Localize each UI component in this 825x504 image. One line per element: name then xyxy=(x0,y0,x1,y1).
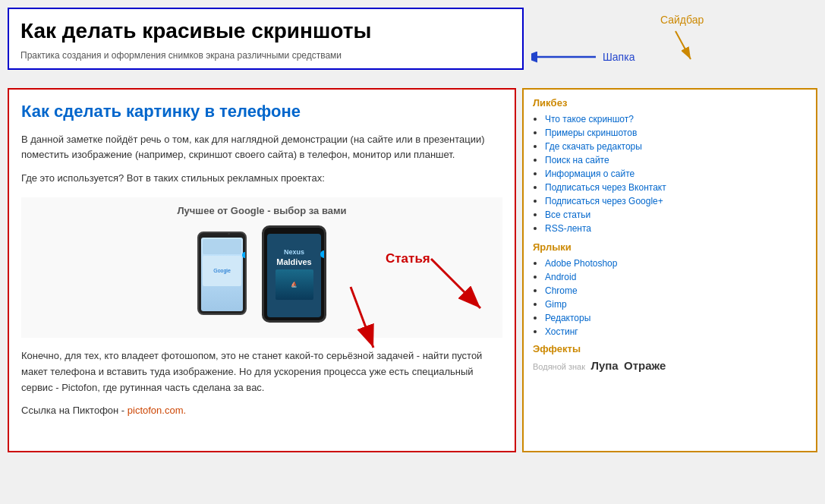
sidebar-section3-title: Эффекты xyxy=(533,343,807,354)
red-arrow-annotation xyxy=(305,283,396,361)
phone-number-4: 4 xyxy=(203,232,247,238)
ad-label: Лучшее от Google - выбор за вами xyxy=(29,205,495,216)
sajdbar-annotation: Сайдбар xyxy=(660,14,704,26)
svg-line-5 xyxy=(351,287,373,348)
list-item: Gimp xyxy=(545,298,807,310)
list-item: Редакторы xyxy=(545,312,807,323)
article-title: Как сделать картинку в телефоне xyxy=(21,102,502,121)
effect-item-vodyanoy: Водяной знак xyxy=(533,362,585,371)
statya-label: Статья xyxy=(386,251,430,266)
list-item: Все статьи xyxy=(545,209,807,220)
article-text-1: В данной заметке пойдёт речь о том, как … xyxy=(21,132,502,164)
sajdbar-label: Сайдбар xyxy=(660,14,704,26)
sidebar-section1-title: Ликбез xyxy=(533,97,807,109)
list-item: Adobe Photoshop xyxy=(545,257,807,269)
header-box: Как делать красивые скриншоты Практика с… xyxy=(8,8,524,70)
header-annotation: Шапка xyxy=(531,49,634,65)
list-item: Подписаться через Google+ xyxy=(545,195,807,206)
article-text-3: Конечно, для тех, кто владеет фотошопом,… xyxy=(21,348,502,395)
list-item: Информация о сайте xyxy=(545,168,807,179)
phone-dot-left xyxy=(242,252,247,258)
sajdbar-arrow-icon xyxy=(653,27,698,65)
blue-arrow-icon xyxy=(531,49,600,65)
article-text-4: Ссылка на Пиктофон - pictofon.com. xyxy=(21,403,502,419)
header-subtitle: Практика создания и оформления снимков э… xyxy=(20,50,511,61)
sidebar-section2-list: Adobe Photoshop Android Chrome Gimp Реда… xyxy=(533,257,807,337)
list-item: Chrome xyxy=(545,285,807,296)
red-arrow-icon xyxy=(305,283,396,359)
shapka-label: Шапка xyxy=(603,51,634,63)
phone-screen-small-left: Google xyxy=(201,238,243,311)
phone-small-left: Google 4 xyxy=(197,232,247,315)
article-text-2: Где это используется? Вот в таких стильн… xyxy=(21,171,502,187)
sidebar-section1-list: Что такое скриншот? Примеры скриншотов Г… xyxy=(533,113,807,234)
statya-annotation: Статья xyxy=(424,255,492,318)
effects-items: Водяной знак Лупа Отраже xyxy=(533,359,807,372)
list-item: Что такое скриншот? xyxy=(545,113,807,124)
effect-item-otraje: Отраже xyxy=(624,359,666,372)
list-item: RSS-лента xyxy=(545,222,807,234)
svg-line-7 xyxy=(431,259,480,308)
list-item: Где скачать редакторы xyxy=(545,140,807,152)
svg-line-3 xyxy=(675,31,691,59)
list-item: Android xyxy=(545,271,807,282)
effect-item-lupa: Лупа xyxy=(590,359,618,372)
phone-screen-content-left: Google xyxy=(201,238,243,311)
phone-dot-large xyxy=(320,250,326,258)
pictofon-link[interactable]: pictofon.com. xyxy=(128,405,186,416)
main-layout: Как сделать картинку в телефоне В данной… xyxy=(8,88,817,452)
list-item: Подписаться через Вконтакт xyxy=(545,181,807,193)
sidebar-section2-title: Ярлыки xyxy=(533,241,807,253)
list-item: Хостинг xyxy=(545,326,807,337)
sidebar: Ликбез Что такое скриншот? Примеры скрин… xyxy=(522,88,817,452)
list-item: Примеры скриншотов xyxy=(545,127,807,138)
header-row: Как делать красивые скриншоты Практика с… xyxy=(8,8,817,79)
header-title: Как делать красивые скриншоты xyxy=(20,18,511,44)
article-box: Как сделать картинку в телефоне В данной… xyxy=(8,88,516,452)
statya-arrow-icon xyxy=(424,255,492,316)
list-item: Поиск на сайте xyxy=(545,154,807,165)
page-wrapper: Как делать красивые скриншоты Практика с… xyxy=(8,8,817,452)
